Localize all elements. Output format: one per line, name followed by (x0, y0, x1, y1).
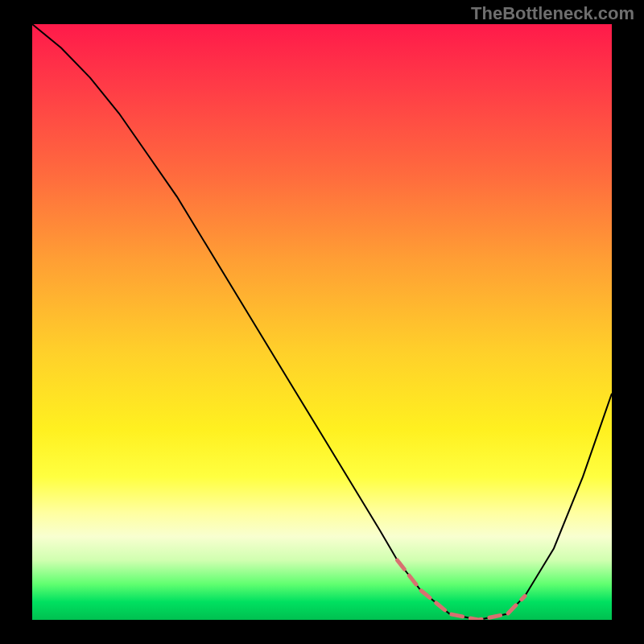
bottleneck-curve-highlight (398, 560, 525, 620)
bottleneck-curve-line (32, 24, 612, 620)
watermark-text: TheBottleneck.com (471, 3, 634, 24)
chart-svg (32, 24, 612, 620)
chart-plot-area (32, 24, 612, 620)
